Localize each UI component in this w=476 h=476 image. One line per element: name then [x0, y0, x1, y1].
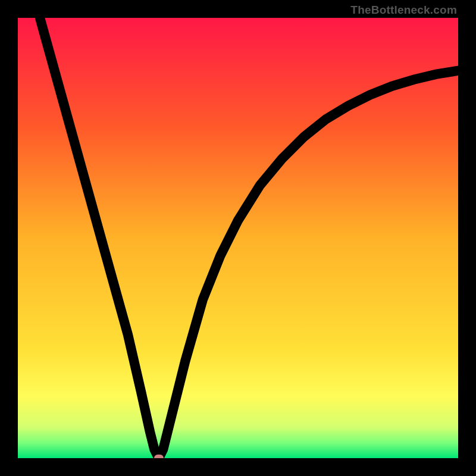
chart-frame: TheBottleneck.com	[0, 0, 476, 476]
bottleneck-curve	[40, 18, 458, 458]
plot-area	[18, 18, 458, 458]
curve-svg	[18, 18, 458, 458]
optimum-marker	[154, 455, 164, 458]
watermark-text: TheBottleneck.com	[350, 4, 457, 17]
